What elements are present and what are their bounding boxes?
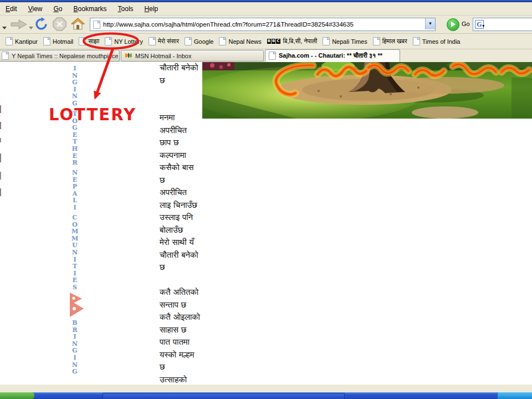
search-bar: G▾ (473, 18, 532, 31)
url-dropdown-icon[interactable]: ▼ (425, 18, 435, 29)
google-logo-icon[interactable]: G▾ (475, 20, 484, 29)
bookmark-label: हिमाल खबर (382, 38, 407, 45)
poem-line: उत्साहको (160, 375, 232, 384)
bookmark-label: साझा (88, 38, 99, 45)
poem-line: छ (160, 75, 232, 88)
tagline-letter: N (70, 72, 80, 79)
menu-item-view[interactable]: View (23, 3, 48, 14)
menu-item-tools[interactable]: Tools (112, 3, 139, 14)
windows-taskbar (0, 392, 532, 399)
page-icon (6, 37, 13, 45)
poem-line: यस्को मल्हम (160, 350, 232, 362)
bookmark--[interactable]: हिमाल खबर (373, 37, 407, 45)
bookmark-label: Nepal News (228, 38, 261, 45)
tagline-letter: T (70, 263, 80, 270)
tagline-letter: I (70, 204, 80, 211)
page-icon (43, 37, 50, 45)
left-edge-mark (0, 138, 1, 142)
reload-icon[interactable] (34, 17, 48, 33)
tab-bar: Y Nepali Times :: Nepalese mouthpiece in… (0, 49, 532, 63)
poem-line: साहास छ (160, 325, 232, 337)
go-label[interactable]: Go (462, 21, 470, 27)
tagline-letter: G (70, 124, 80, 131)
nepal-flag-icon (69, 293, 84, 317)
menu-item-go[interactable]: Go (48, 3, 68, 14)
poem-line: सन्ताप छ (160, 300, 232, 313)
forward-dropdown-icon[interactable] (29, 22, 33, 32)
bookmark-label: NY Lottery (114, 38, 143, 45)
bookmark-ny-lottery[interactable]: NY Lottery (105, 37, 143, 45)
page-icon (185, 37, 192, 45)
bookmark-label: Hotmail (53, 38, 73, 45)
tagline-letter: R (70, 326, 80, 334)
poem-line: छाप छ (160, 137, 232, 150)
poem-line: कतै ओइलाको (160, 312, 232, 325)
url-input[interactable] (103, 19, 435, 29)
forward-icon[interactable] (10, 19, 28, 32)
poem-line (160, 88, 232, 100)
page-icon (79, 37, 86, 45)
poem-line: कतै अतितको (160, 287, 232, 300)
tagline-letter: N (70, 249, 80, 256)
park-tree-photo (202, 62, 532, 119)
page-icon (2, 52, 9, 60)
tagline-letter: O (70, 221, 80, 228)
tab-0[interactable]: Y Nepali Times :: Nepalese mouthpiece in… (0, 50, 120, 62)
page-icon (219, 37, 226, 45)
tagline-letter: I (70, 270, 80, 277)
poem-line: कसैको बास (160, 162, 232, 175)
bookmark-times-of-india[interactable]: Times of India (413, 37, 461, 45)
page-icon (149, 37, 156, 45)
tagline-letter: C (70, 214, 80, 221)
taskbar-window-button[interactable] (103, 393, 345, 399)
tab-label: Sajha.com - - Chautari: ** चौतारी ३१ ** (279, 52, 382, 59)
tagline-word-communities: COMMUNITIES (70, 214, 80, 291)
menu-item-edit[interactable]: Edit (0, 3, 23, 14)
home-icon[interactable] (71, 17, 85, 33)
bookmark-google[interactable]: Google (185, 37, 213, 45)
left-edge-mark (0, 172, 1, 180)
bookmark--[interactable]: साझा (79, 37, 99, 45)
bookmark-label: Kantipur (15, 38, 38, 45)
menu-bar: EditViewGoBookmarksToolsHelp (0, 2, 532, 16)
menu-item-bookmarks[interactable]: Bookmarks (68, 3, 112, 14)
tab-1[interactable]: MSN Hotmail - Inbox (121, 50, 264, 62)
poem-line: कल्पनामा (160, 150, 232, 163)
google-search-input[interactable] (484, 21, 532, 28)
start-button[interactable] (0, 392, 34, 399)
poem-text: चौतारी बनेकोछ मनमाअपरीचितछाप छकल्पनामाकस… (160, 63, 232, 383)
tab-label: MSN Hotmail - Inbox (135, 53, 191, 59)
bookmarks-toolbar: KantipurHotmailसाझाNY Lotteryमेरो संसारG… (0, 34, 532, 49)
go-button[interactable] (447, 18, 459, 31)
tagline-letter: I (70, 86, 80, 93)
url-bar: ▼ (90, 18, 436, 31)
tagline-letter: E (70, 176, 80, 183)
menu-item-help[interactable]: Help (139, 3, 164, 14)
tagline-letter: G (70, 79, 80, 86)
tagline-letter: E (70, 131, 80, 139)
tab-sajha-active[interactable]: Sajha.com - - Chautari: ** चौतारी ३१ ** (265, 49, 400, 62)
tagline-letter: N (70, 361, 80, 369)
page-icon (269, 52, 276, 60)
poem-line: पात पातमा (160, 337, 232, 350)
bookmark-nepali-times[interactable]: Nepali Times (323, 37, 367, 45)
poem-line: लाइ चिनाउँछ (160, 200, 232, 213)
tagline-letter: L (70, 197, 80, 204)
tagline-letter: E (70, 152, 80, 160)
tagline-letter: T (70, 138, 80, 145)
bookmark--[interactable]: मेरो संसार (149, 37, 179, 45)
tagline-word-bringing: BRINGING (70, 319, 80, 375)
bookmark-hotmail[interactable]: Hotmail (43, 37, 73, 45)
bookmark-kantipur[interactable]: Kantipur (6, 37, 38, 45)
tagline-letter: N (70, 340, 80, 347)
back-dropdown-icon[interactable] (2, 22, 7, 32)
stop-icon[interactable] (53, 17, 66, 33)
tagline-letter: I (70, 333, 80, 340)
poem-line: छ (160, 175, 232, 188)
system-tray[interactable] (497, 392, 532, 399)
bookmark-nepal-news[interactable]: Nepal News (219, 37, 261, 45)
poem-line: चौतारी बनेको (160, 250, 232, 263)
bookmark--[interactable]: BBCबि,बि,सी, नेपाली (267, 38, 317, 45)
tagline-word-nepali: NEPALI (70, 169, 80, 211)
bookmark-label: Nepali Times (332, 38, 367, 45)
